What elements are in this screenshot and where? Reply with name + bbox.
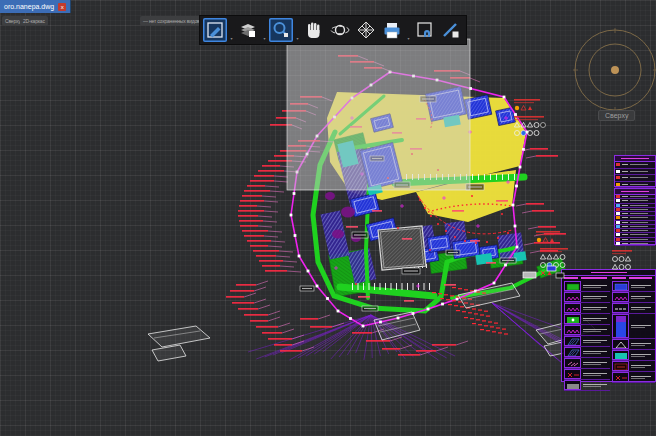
legend-desc [631,284,655,288]
row-symbol [616,195,620,198]
chevron-down-icon[interactable]: ▾ [406,17,411,44]
decor [630,234,648,235]
compass-view-label[interactable]: Сверху [598,110,635,121]
layers-icon[interactable] [236,18,260,42]
clip-capture-icon[interactable] [413,18,437,42]
legend-row [564,292,610,303]
row-symbol [616,225,620,228]
legend-symbol [612,281,629,291]
legend-desc [631,353,655,357]
legend-row [612,372,655,383]
legend-symbol [564,292,581,302]
cad-application: oro.nanepa.dwg x Сверху 2D-каркас — нет … [0,0,656,436]
legend-group-header [564,276,610,280]
measure-icon[interactable] [439,18,463,42]
decor [622,217,628,218]
decor [630,217,648,218]
legend-row [564,314,610,325]
row-symbol [616,221,620,224]
legend-desc [583,339,610,343]
compass-center-dot[interactable] [611,66,619,74]
lattice-icon[interactable] [354,18,378,42]
chevron-down-icon[interactable]: ▾ [229,17,234,44]
chevron-down-icon[interactable]: ▾ [295,17,300,44]
row-symbol [616,208,620,211]
decor [630,209,648,210]
decor [622,200,628,201]
legend-symbol [564,369,581,379]
legend-desc [583,361,610,365]
legend-desc [583,317,610,321]
legend-symbol [564,358,581,368]
legend-symbol [564,347,581,357]
legend-row [564,336,610,347]
zoom-icon[interactable] [269,18,293,42]
row-symbol [616,163,620,166]
view-compass[interactable] [570,26,656,110]
legend-desc [583,372,610,376]
decor [622,171,628,172]
decor [622,222,628,223]
decor [622,226,628,227]
row-symbol [616,199,620,202]
legend-row [564,303,610,314]
pan-hand-icon[interactable] [302,18,326,42]
quick-toolbar: ▾ ▾ ▾ ▾ [199,15,467,45]
decor [622,234,628,235]
decor [630,171,648,172]
table-row [615,242,655,246]
main-legend[interactable] [561,269,656,382]
legend-table-0[interactable] [614,155,656,187]
decor [622,184,628,185]
legend-symbol [612,303,629,313]
legend-symbol [612,292,629,302]
row-symbol [616,170,620,173]
legend-desc [583,383,610,387]
row-symbol [616,183,620,186]
edit-box-icon[interactable] [203,18,227,42]
legend-symbol [564,314,581,324]
legend-symbol [564,303,581,313]
legend-row [564,369,610,380]
row-symbol [616,238,620,241]
legend-row [612,361,655,372]
chevron-down-icon[interactable]: ▾ [262,17,267,44]
zoom-selection-rect[interactable] [287,39,470,190]
decor [622,164,628,165]
legend-row [564,380,610,391]
legend-row [564,281,610,292]
row-symbol [616,216,620,219]
legend-symbol [564,336,581,346]
decor [630,230,648,231]
print-icon[interactable] [380,18,404,42]
decor [630,222,648,223]
legend-symbol [612,361,629,371]
decor [630,177,648,178]
decor [622,209,628,210]
decor [622,239,628,240]
close-icon[interactable]: x [58,3,66,11]
drawing-canvas[interactable] [0,0,656,436]
document-tab[interactable]: oro.nanepa.dwg x [0,0,71,13]
legend-symbol [564,281,581,291]
viewport-control-visual-style[interactable]: 2D-каркас [20,16,48,26]
legend-symbol [564,325,581,335]
legend-desc [631,295,655,299]
decor [630,213,648,214]
decor [630,243,648,244]
legend-row [564,325,610,336]
decor [630,205,648,206]
gray-building [378,226,426,270]
legend-symbol [612,314,629,338]
legend-row [564,347,610,358]
legend-symbol [612,339,629,349]
legend-group-header [612,276,655,280]
legend-table-1[interactable] [614,188,656,245]
row-symbol [616,229,620,232]
orbit-icon[interactable] [328,18,352,42]
legend-symbol [612,350,629,360]
document-tab-title: oro.nanepa.dwg [4,3,54,10]
decor [622,213,628,214]
legend-desc [583,328,610,332]
legend-row [612,292,655,303]
